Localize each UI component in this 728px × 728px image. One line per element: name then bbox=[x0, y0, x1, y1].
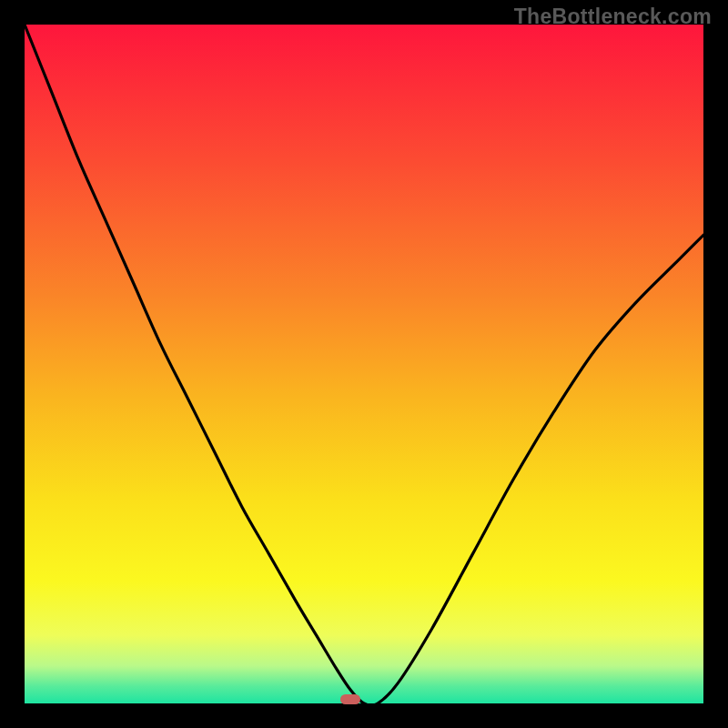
gradient-background bbox=[25, 25, 703, 703]
chart-svg bbox=[25, 25, 703, 703]
chart-frame: TheBottleneck.com bbox=[0, 0, 728, 728]
highlight-marker bbox=[340, 694, 360, 704]
plot-area bbox=[25, 25, 703, 703]
